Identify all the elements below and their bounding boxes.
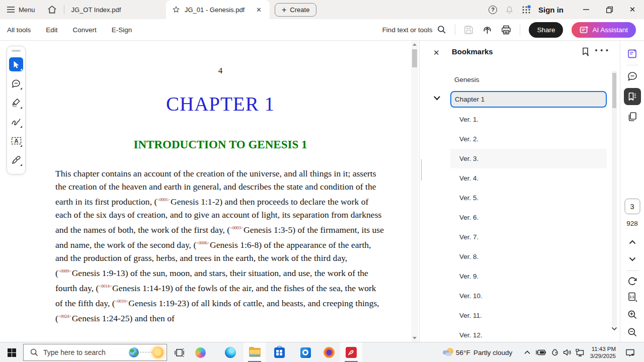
network-tray-button[interactable] xyxy=(574,342,587,362)
bookmark-item-ver-6[interactable]: Ver. 6. xyxy=(422,208,613,227)
search-doodle[interactable] xyxy=(127,345,165,359)
thumbnails-panel-button[interactable] xyxy=(627,111,637,122)
next-page-button[interactable] xyxy=(629,257,636,261)
ai-assistant-button[interactable]: AI Assistant xyxy=(572,22,636,38)
bookmark-item-ver-10[interactable]: Ver. 10. xyxy=(422,286,613,306)
bookmark-item-ver-3[interactable]: Ver. 3. xyxy=(422,149,613,168)
bookmarks-panel-button[interactable] xyxy=(624,88,641,105)
sign-tool-button[interactable] xyxy=(9,153,23,167)
store-taskbar-button[interactable] xyxy=(268,342,290,362)
bookmark-item-ver-4[interactable]: Ver. 4. xyxy=(422,168,613,188)
acrobat-icon xyxy=(346,347,357,358)
apps-grid-button[interactable] xyxy=(518,0,534,19)
close-window-button[interactable]: ✕ xyxy=(621,0,644,19)
select-tool-button[interactable] xyxy=(9,57,23,71)
bookmark-item-chapter-1[interactable]: Chapter 1 xyxy=(422,89,613,110)
add-bookmark-button[interactable] xyxy=(581,47,591,57)
chevron-down-icon[interactable] xyxy=(434,96,440,101)
firefox-taskbar-button[interactable] xyxy=(318,342,340,362)
tools-drag-handle[interactable] xyxy=(12,50,21,52)
bookmark-item-ver-2[interactable]: Ver. 2. xyxy=(422,129,613,149)
menu-button[interactable]: Menu xyxy=(7,6,35,14)
update-tray-button[interactable] xyxy=(548,342,561,362)
menu-convert[interactable]: Convert xyxy=(73,26,97,34)
edge-taskbar-button[interactable] xyxy=(219,342,242,362)
volume-tray-button[interactable] xyxy=(560,342,574,362)
weather-temp[interactable]: 56°F xyxy=(456,342,470,362)
bookmarks-scrollbar[interactable] xyxy=(612,71,617,327)
star-icon[interactable] xyxy=(172,6,180,14)
notifications-button[interactable] xyxy=(501,0,518,19)
bookmark-item-ver-5[interactable]: Ver. 5. xyxy=(422,188,613,208)
start-button[interactable] xyxy=(0,342,23,362)
tab-close-icon[interactable]: ✕ xyxy=(254,5,264,15)
verse-reference-code[interactable]: <0024> xyxy=(58,314,71,319)
battery-tray-button[interactable] xyxy=(534,342,547,362)
find-text-button[interactable]: Find text or tools xyxy=(382,25,447,34)
comment-tool-button[interactable] xyxy=(9,76,23,90)
textbox-tool-button[interactable]: A xyxy=(9,134,23,148)
weather-button[interactable] xyxy=(441,342,456,362)
upload-button[interactable] xyxy=(482,25,493,35)
bookmark-item-genesis[interactable]: Genesis xyxy=(422,70,613,89)
weather-condition[interactable]: Partly cloudy xyxy=(473,342,512,362)
action-center-button[interactable] xyxy=(621,342,639,362)
minimize-button[interactable] xyxy=(575,0,598,19)
tab-jg-01-genesis[interactable]: JG_01 - Genesis.pdf ✕ xyxy=(166,0,270,19)
bookmarks-close-button[interactable]: ✕ xyxy=(433,48,440,57)
outlook-taskbar-button[interactable] xyxy=(294,342,316,362)
menu-edit[interactable]: Edit xyxy=(46,26,57,34)
bookmark-item-ver-7[interactable]: Ver. 7. xyxy=(422,227,613,247)
bookmark-item-ver-8[interactable]: Ver. 8. xyxy=(422,247,613,266)
document-viewport[interactable]: 4 CHAPTER 1 INTRODUCTION TO GENESIS 1 Th… xyxy=(0,41,420,342)
help-button[interactable]: ? xyxy=(485,0,501,19)
print-button[interactable] xyxy=(501,25,511,35)
titlebar-separator xyxy=(64,5,64,14)
menu-all-tools[interactable]: All tools xyxy=(7,26,31,34)
restore-button[interactable] xyxy=(598,0,621,19)
panel-divider xyxy=(419,41,420,342)
bookmarks-scroll-down-icon[interactable] xyxy=(611,327,617,331)
zoom-out-button[interactable] xyxy=(627,327,637,337)
scroll-up-arrow[interactable] xyxy=(411,41,418,48)
file-explorer-taskbar-button[interactable] xyxy=(244,342,266,362)
document-scrollbar-thumb[interactable] xyxy=(412,49,417,67)
menu-e-sign[interactable]: E-Sign xyxy=(112,26,132,34)
verse-reference-code[interactable]: <0003> xyxy=(230,225,243,230)
copilot-taskbar-button[interactable] xyxy=(189,342,211,362)
ai-assistant-panel-button[interactable] xyxy=(627,48,638,59)
page-number-input[interactable]: 3 xyxy=(624,199,640,214)
bookmark-selected-box[interactable]: Chapter 1 xyxy=(450,91,607,108)
verse-reference-code[interactable]: <0001> xyxy=(157,197,170,202)
bookmark-item-ver-9[interactable]: Ver. 9. xyxy=(422,266,613,286)
save-button[interactable] xyxy=(464,25,473,35)
taskbar-search-input[interactable]: Type here to search xyxy=(23,344,167,361)
create-button[interactable]: + Create xyxy=(275,3,316,17)
bookmarks-scrollbar-thumb[interactable] xyxy=(612,73,616,108)
previous-page-button[interactable] xyxy=(629,240,636,244)
document-scrollbar[interactable] xyxy=(411,41,418,342)
tab-jg-ot-index[interactable]: JG_OT Index.pdf xyxy=(71,6,121,14)
bookmark-item-ver-11[interactable]: Ver. 11. xyxy=(422,306,613,325)
bookmark-item-ver-1[interactable]: Ver. 1. xyxy=(422,110,613,129)
fit-page-button[interactable]: 1:1 xyxy=(627,292,637,302)
verse-reference-code[interactable]: <0006> xyxy=(196,240,209,245)
verse-reference-code[interactable]: <0019> xyxy=(115,299,128,304)
home-button[interactable] xyxy=(47,5,57,14)
task-view-button[interactable] xyxy=(168,342,190,362)
rotate-page-button[interactable] xyxy=(627,276,637,286)
zoom-in-button[interactable] xyxy=(627,310,637,320)
clock[interactable]: 11:43 PM 3/29/2025 xyxy=(588,342,616,362)
sign-in-button[interactable]: Sign in xyxy=(538,6,564,14)
verse-reference-code[interactable]: <0009> xyxy=(58,268,71,274)
verse-reference-code[interactable]: <0014> xyxy=(99,284,112,289)
comments-panel-button[interactable] xyxy=(626,71,638,82)
scroll-down-arrow[interactable] xyxy=(411,334,418,342)
share-button[interactable]: Share xyxy=(529,22,563,38)
bookmarks-options-button[interactable]: • • • xyxy=(595,46,609,54)
acrobat-taskbar-button[interactable] xyxy=(340,342,362,362)
draw-tool-button[interactable] xyxy=(9,115,23,129)
highlight-tool-button[interactable] xyxy=(9,96,23,110)
store-icon xyxy=(274,347,285,358)
tray-expand-button[interactable] xyxy=(521,342,533,362)
